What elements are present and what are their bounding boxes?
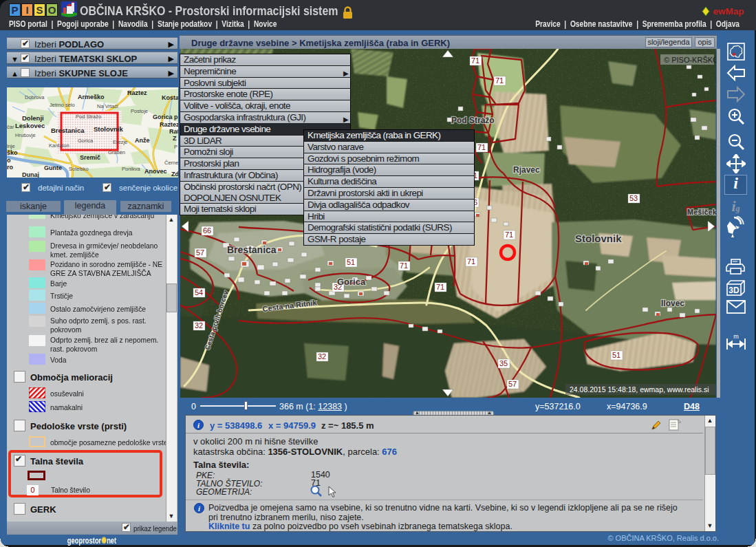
svg-text:Z: Z bbox=[173, 135, 177, 142]
svg-text:Pod Stražo: Pod Stražo bbox=[76, 114, 101, 120]
svg-text:ro: ro bbox=[7, 164, 14, 171]
svg-text:Anže: Anže bbox=[135, 137, 150, 144]
svg-text:66: 66 bbox=[203, 226, 211, 235]
svg-text:čar: čar bbox=[7, 124, 14, 130]
svg-text:© PISO-KRŠKO: © PISO-KRŠKO bbox=[664, 56, 716, 64]
svg-text:71: 71 bbox=[400, 261, 408, 270]
svg-text:Černe: Černe bbox=[164, 160, 178, 166]
svg-text:32: 32 bbox=[195, 321, 203, 330]
svg-text:Graben: Graben bbox=[108, 149, 125, 155]
svg-text:35: 35 bbox=[499, 359, 508, 367]
svg-text:Sotelsko: Sotelsko bbox=[69, 166, 89, 172]
svg-text:57: 57 bbox=[508, 380, 517, 388]
svg-text:P: P bbox=[174, 144, 177, 150]
svg-text:Brestanica: Brestanica bbox=[51, 127, 85, 134]
svg-text:Kantalon: Kantalon bbox=[49, 142, 69, 149]
svg-text:Pod Stražo: Pod Stražo bbox=[451, 116, 495, 125]
svg-text:57: 57 bbox=[196, 248, 204, 257]
svg-text:71: 71 bbox=[471, 56, 479, 65]
svg-text:Jetrno selo: Jetrno selo bbox=[50, 102, 75, 108]
svg-text:71: 71 bbox=[467, 257, 475, 266]
svg-text:Dobrova: Dobrova bbox=[25, 94, 45, 100]
svg-text:Dolenji: Dolenji bbox=[22, 114, 44, 122]
svg-text:Ilovec: Ilovec bbox=[661, 299, 684, 308]
svg-text:71: 71 bbox=[477, 143, 486, 151]
svg-text:Raztezu: Raztezu bbox=[160, 121, 178, 128]
svg-text:Dunaj: Dunaj bbox=[22, 171, 39, 178]
svg-text:ško: ško bbox=[7, 149, 18, 156]
svg-text:Na Vrtači: Na Vrtači bbox=[97, 103, 118, 109]
svg-text:51: 51 bbox=[347, 258, 355, 266]
svg-text:Mešiček: Mešiček bbox=[687, 208, 716, 216]
svg-text:Ponikva: Ponikva bbox=[122, 166, 141, 172]
svg-text:Gorica p: Gorica p bbox=[153, 114, 178, 120]
svg-text:54: 54 bbox=[195, 288, 203, 297]
svg-text:Gorica: Gorica bbox=[78, 138, 94, 144]
svg-text:Stolovnik: Stolovnik bbox=[575, 233, 622, 244]
svg-text:Anovec: Anovec bbox=[144, 168, 167, 175]
svg-text:24.08.2015 15:48:18, ewmap, ww: 24.08.2015 15:48:18, ewmap, www.realis.s… bbox=[570, 385, 709, 394]
svg-text:Hrušovje: Hrušovje bbox=[15, 132, 36, 138]
svg-text:Leskovec: Leskovec bbox=[15, 122, 45, 129]
svg-text:53: 53 bbox=[629, 194, 638, 202]
svg-text:Brestanica: Brestanica bbox=[227, 244, 277, 255]
svg-text:lnje: lnje bbox=[7, 143, 15, 149]
svg-text:Zd: Zd bbox=[171, 171, 178, 178]
svg-text:Postoje: Postoje bbox=[131, 108, 148, 114]
svg-text:Rat: Rat bbox=[169, 128, 178, 135]
svg-text:51: 51 bbox=[612, 351, 620, 359]
svg-text:Kosta: Kosta bbox=[162, 94, 178, 101]
svg-text:Raztez: Raztez bbox=[127, 89, 147, 96]
svg-text:3D: 3D bbox=[728, 286, 739, 295]
svg-text:Rjavec: Rjavec bbox=[513, 165, 540, 175]
svg-text:Stolovnik: Stolovnik bbox=[94, 125, 123, 133]
svg-text:32: 32 bbox=[318, 352, 326, 361]
svg-text:o: o bbox=[7, 157, 11, 164]
svg-text:Sremič: Sremič bbox=[80, 154, 100, 161]
svg-text:71: 71 bbox=[436, 283, 444, 291]
svg-text:71: 71 bbox=[495, 76, 504, 85]
svg-text:Erezje: Erezje bbox=[113, 139, 127, 145]
svg-text:Gorica: Gorica bbox=[337, 277, 366, 287]
svg-text:Gunte: Gunte bbox=[44, 164, 62, 171]
svg-text:m: m bbox=[733, 333, 739, 340]
svg-text:71: 71 bbox=[505, 230, 513, 239]
svg-text:Armeško: Armeško bbox=[78, 94, 105, 100]
